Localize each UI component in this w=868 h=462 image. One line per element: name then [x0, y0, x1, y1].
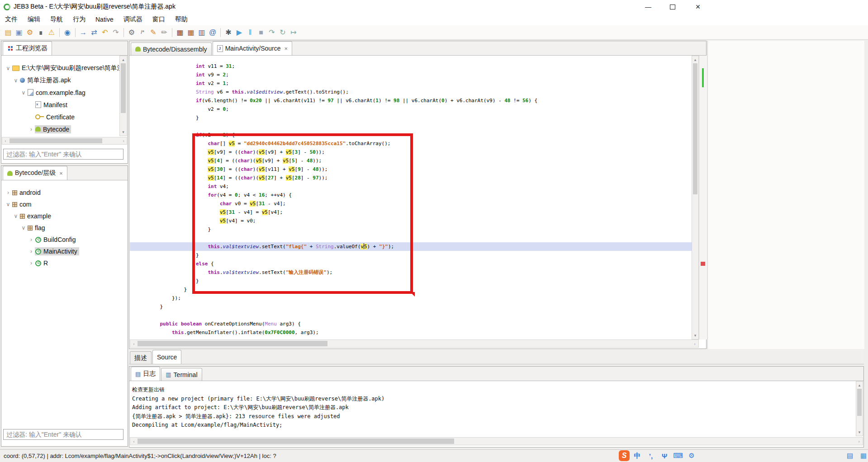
menu-item-Native[interactable]: Native: [90, 16, 119, 23]
expander-icon[interactable]: ›: [28, 126, 35, 132]
code-line[interactable]: char[] v5 = "dd2940c04462b4dd7c450528835…: [130, 139, 692, 148]
toolbox-icon[interactable]: ⚙: [686, 450, 697, 462]
code-line[interactable]: }: [130, 302, 692, 311]
sogou-logo-icon[interactable]: S: [619, 450, 630, 461]
rename-icon[interactable]: ✎: [148, 27, 159, 38]
code-line[interactable]: public boolean onCreateOptionsMenu(Menu …: [130, 320, 692, 328]
close-button[interactable]: ×: [687, 0, 709, 14]
jump-end-icon[interactable]: ↦: [288, 27, 299, 38]
comment-icon[interactable]: /*: [137, 27, 148, 38]
menu-item-文件[interactable]: 文件: [0, 15, 23, 24]
menu-item-帮助[interactable]: 帮助: [170, 15, 193, 24]
close-tab-icon[interactable]: ×: [285, 45, 288, 52]
tab-description[interactable]: 描述: [130, 351, 152, 364]
hierarchy-filter-input[interactable]: [3, 429, 123, 440]
close-tab-icon[interactable]: ×: [59, 170, 63, 177]
data-table-icon[interactable]: ▦: [175, 27, 185, 38]
code-line[interactable]: v5[14] = ((char)(v5[27] + v5[28] - 97));: [130, 174, 692, 182]
minimize-button[interactable]: —: [637, 0, 659, 14]
expander-icon[interactable]: ›: [28, 236, 35, 243]
menu-item-调试器[interactable]: 调试器: [119, 15, 147, 24]
project-tree-vscrollbar[interactable]: ▴ ▾: [119, 56, 127, 136]
open-icon[interactable]: ▤: [3, 27, 14, 38]
code-line[interactable]: v5[v4] = v0;: [130, 217, 692, 225]
types-view-icon[interactable]: ▥: [196, 27, 207, 38]
tree-item-Certificate[interactable]: Certificate: [2, 111, 119, 123]
source-code-view[interactable]: int v11 = 31; int v9 = 2; int v2 = 1; St…: [130, 56, 692, 346]
punctuation-icon[interactable]: ’,: [645, 450, 657, 462]
log-hscrollbar[interactable]: ‹ ›: [130, 437, 863, 445]
menu-item-编辑[interactable]: 编辑: [23, 15, 45, 24]
tree-item-flag[interactable]: ∨flag: [2, 222, 127, 234]
project-tree-hscrollbar[interactable]: ‹ ›: [2, 137, 127, 145]
menu-item-行为[interactable]: 行为: [68, 15, 90, 24]
code-line[interactable]: this.getMenuInflater().inflate(0x7F0C000…: [130, 328, 692, 337]
edit-script-icon[interactable]: ✏: [159, 27, 170, 38]
tree-item-com[interactable]: ∨com: [2, 198, 127, 210]
code-line[interactable]: int v11 = 31;: [130, 62, 692, 71]
tab-log[interactable]: ▤ 日志: [131, 367, 160, 381]
add-table-icon[interactable]: ▦: [185, 27, 196, 38]
log-vscrollbar[interactable]: ▴ ▾: [856, 381, 863, 436]
menu-item-窗口[interactable]: 窗口: [147, 15, 170, 24]
chinese-mode-icon[interactable]: 中: [631, 450, 643, 462]
tree-item-R[interactable]: ›R: [2, 257, 127, 269]
code-line[interactable]: v5[30] = ((char)(v5[v11] + v5[9] - 48));: [130, 165, 692, 174]
code-line[interactable]: String v6 = this.val$editview.getText().…: [130, 88, 692, 96]
code-line[interactable]: }: [130, 251, 692, 259]
save-icon[interactable]: ▣: [14, 27, 24, 38]
tree-item-MainActivity[interactable]: ›MainActivity: [2, 245, 127, 257]
maximize-button[interactable]: [661, 0, 684, 14]
expander-icon[interactable]: ∨: [20, 225, 27, 231]
tab-source[interactable]: Source: [152, 350, 181, 364]
expander-icon[interactable]: ›: [28, 260, 35, 266]
tree-item-com.example.flag[interactable]: ∨com.example.flag: [2, 86, 119, 99]
expander-icon[interactable]: ∨: [20, 90, 27, 96]
expander-icon[interactable]: ∨: [12, 213, 19, 219]
tab-project-browser[interactable]: 工程浏览器: [3, 41, 52, 55]
tree-item-E-buu-reverse-.apk[interactable]: ∨E:\大学\网安\buu刷题reverse\简单注册器.apk: [2, 62, 119, 74]
soft-keyboard-icon[interactable]: ⌨: [672, 450, 684, 462]
goto-icon[interactable]: →: [78, 27, 89, 38]
expander-icon[interactable]: ›: [28, 248, 35, 255]
editor-vscrollbar[interactable]: ▴ ▾: [692, 56, 699, 339]
code-line[interactable]: }: [130, 277, 692, 285]
code-line[interactable]: [130, 311, 692, 320]
tree-item-example[interactable]: ∨example: [2, 210, 127, 222]
web-browser-icon[interactable]: ◉: [62, 27, 73, 38]
code-line[interactable]: v5[31 - v4] = v5[v4];: [130, 208, 692, 217]
debug-stop-icon[interactable]: ■: [256, 27, 266, 38]
project-filter-input[interactable]: [3, 149, 123, 160]
code-line[interactable]: v5[v9] = ((char)(v5[v9] + v5[3] - 50));: [130, 148, 692, 156]
tab-bytecode-hierarchy[interactable]: Bytecode/层级 ×: [3, 166, 67, 180]
code-line[interactable]: });: [130, 294, 692, 302]
code-line[interactable]: char v0 = v5[31 - v4];: [130, 199, 692, 208]
expander-icon[interactable]: ∨: [5, 65, 12, 71]
code-line[interactable]: [130, 122, 692, 131]
code-line[interactable]: [130, 234, 692, 242]
code-line[interactable]: }: [130, 285, 692, 294]
decompile-icon[interactable]: ⚙: [126, 27, 137, 38]
tree-item-Bytecode[interactable]: ›Bytecode: [2, 123, 119, 135]
attach-icon[interactable]: ∎: [35, 27, 46, 38]
tree-item-android[interactable]: ›android: [2, 187, 127, 198]
expander-icon[interactable]: ∨: [5, 201, 12, 207]
tab-bytecode-disassembly[interactable]: Bytecode/Disassembly: [131, 42, 212, 55]
code-line-current[interactable]: this.val$textview.setText("flag{" + Stri…: [130, 242, 692, 251]
tree-item-Manifest[interactable]: Manifest: [2, 99, 119, 111]
tab-terminal[interactable]: ▥ Terminal: [161, 368, 202, 381]
code-line[interactable]: v2 = 0;: [130, 105, 692, 113]
tray-grid-icon[interactable]: ▦: [858, 450, 868, 462]
options-wrench-icon[interactable]: ⚙: [24, 27, 35, 38]
debug-pause-icon[interactable]: ‖: [245, 27, 256, 38]
menu-item-导航[interactable]: 导航: [45, 15, 68, 24]
code-line[interactable]: v5[4] = ((char)(v5[v9] + v5[5] - 48));: [130, 156, 692, 165]
editor-hscrollbar[interactable]: ‹ ›: [130, 339, 699, 348]
run-script-icon[interactable]: ✱: [223, 27, 234, 38]
tree-item--.apk[interactable]: ∨简单注册器.apk: [2, 74, 119, 86]
code-line[interactable]: if(v2 == 1) {: [130, 131, 692, 139]
undo-icon[interactable]: ↶: [100, 27, 110, 38]
code-line[interactable]: this.val$textview.setText("输入注册码错误");: [130, 268, 692, 277]
tray-keyboard-icon[interactable]: ▤: [844, 450, 856, 462]
code-line[interactable]: int v2 = 1;: [130, 79, 692, 88]
